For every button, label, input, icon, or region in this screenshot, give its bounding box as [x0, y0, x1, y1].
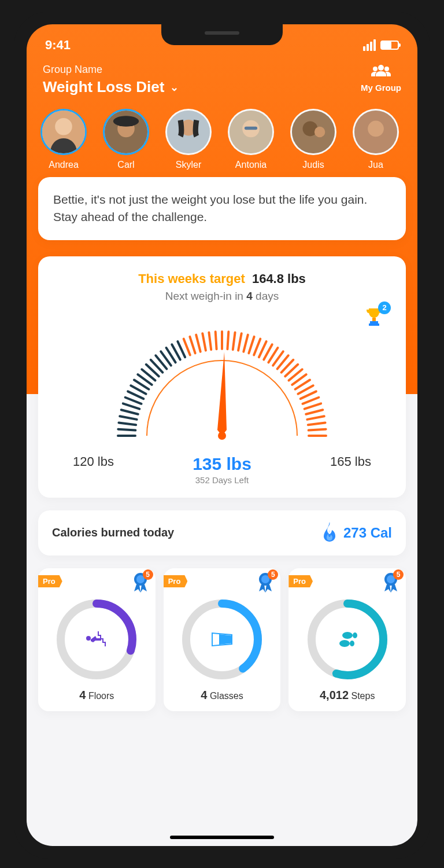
svg-line-50	[243, 335, 247, 352]
motivation-card: Bettie, it's not just the weight you los…	[38, 177, 406, 240]
svg-point-73	[218, 432, 226, 440]
my-group-button[interactable]: My Group	[361, 64, 401, 93]
member-name: Judis	[290, 160, 336, 170]
svg-line-49	[238, 333, 242, 350]
metric-value-label: 4 Glasses	[169, 689, 275, 702]
svg-point-17	[368, 121, 384, 137]
member-name: Skyler	[165, 160, 212, 170]
weighin-text: Next weigh-in in 4 days	[50, 290, 394, 303]
svg-point-88	[350, 641, 354, 646]
svg-line-43	[202, 333, 206, 350]
avatar	[353, 109, 399, 155]
avatar	[228, 109, 274, 155]
progress-ring	[179, 596, 265, 683]
metric-glasses[interactable]: Pro 5 4 Glasses	[164, 568, 281, 711]
member-name: Jua	[353, 160, 399, 170]
pro-tag: Pro	[288, 575, 313, 587]
svg-point-0	[378, 65, 384, 71]
member-avatar[interactable]: Jua	[353, 109, 399, 170]
svg-rect-12	[245, 127, 257, 130]
group-name: Weight Loss Diet	[43, 78, 164, 96]
home-indicator[interactable]	[170, 836, 274, 839]
chevron-down-icon: ⌄	[170, 81, 179, 94]
pro-tag: Pro	[164, 575, 188, 587]
svg-line-48	[233, 332, 235, 350]
metrics-row: Pro 5 4 Floors	[38, 568, 406, 711]
my-group-label: My Group	[361, 83, 401, 93]
trophy-badge: 2	[378, 301, 391, 314]
progress-ring	[304, 596, 391, 683]
header: Group Name Weight Loss Diet ⌄ My Group	[27, 57, 417, 101]
svg-line-27	[125, 398, 142, 404]
svg-point-15	[314, 127, 325, 138]
member-avatar[interactable]: Skyler	[165, 109, 212, 170]
svg-line-26	[123, 403, 140, 409]
metric-value-label: 4,012 Steps	[294, 689, 400, 702]
member-name: Antonia	[228, 160, 274, 170]
svg-line-65	[302, 398, 319, 404]
avatar	[40, 109, 87, 155]
calories-value: 273 Cal	[343, 525, 392, 541]
svg-line-45	[216, 332, 217, 349]
member-name: Andrea	[40, 160, 87, 170]
footprints-icon	[304, 596, 391, 683]
ribbon-badge: 5	[268, 569, 278, 580]
svg-point-78	[86, 636, 91, 641]
battery-icon	[380, 41, 399, 50]
ribbon-icon: 5	[256, 572, 275, 596]
svg-line-51	[249, 337, 254, 354]
svg-line-68	[307, 416, 324, 420]
member-avatar[interactable]: Antonia	[228, 109, 274, 170]
target-card: This weeks target 164.8 lbs Next weigh-i…	[38, 256, 406, 498]
svg-line-25	[121, 410, 138, 414]
member-avatar[interactable]: Andrea	[40, 109, 87, 170]
svg-point-2	[384, 67, 389, 71]
screen: 9:41 Group Name Weight Loss Diet ⌄	[27, 24, 417, 846]
progress-ring	[53, 596, 140, 683]
svg-line-69	[308, 422, 325, 425]
flame-icon	[321, 522, 338, 544]
avatar	[290, 109, 336, 155]
svg-marker-72	[217, 352, 227, 436]
svg-line-23	[119, 422, 136, 425]
svg-point-87	[339, 640, 350, 647]
svg-line-42	[196, 335, 200, 352]
status-time: 9:41	[45, 38, 71, 53]
group-selector[interactable]: Weight Loss Diet ⌄	[43, 78, 179, 96]
metric-floors[interactable]: Pro 5 4 Floors	[38, 568, 156, 711]
notch	[161, 24, 283, 45]
ribbon-icon: 5	[131, 572, 150, 596]
svg-point-1	[373, 67, 378, 71]
calories-label: Calories burned today	[52, 526, 174, 539]
svg-line-66	[305, 403, 321, 409]
svg-line-40	[184, 339, 190, 355]
svg-line-52	[254, 339, 260, 355]
svg-line-70	[309, 429, 326, 431]
pro-tag: Pro	[38, 575, 62, 587]
member-name: Carl	[103, 160, 149, 170]
member-avatar[interactable]: Judis	[290, 109, 336, 170]
avatar	[165, 109, 212, 155]
days-left: 352 Days Left	[193, 475, 251, 485]
member-avatar[interactable]: Carl	[103, 109, 149, 170]
gauge-current: 135 lbs	[193, 454, 251, 474]
metric-steps[interactable]: Pro 5 4,012 Steps	[288, 568, 406, 711]
avatar	[103, 109, 149, 155]
svg-point-89	[342, 632, 353, 639]
svg-line-67	[306, 410, 323, 414]
target-label: This weeks target	[138, 271, 245, 286]
svg-line-41	[190, 337, 195, 354]
signal-icon	[363, 39, 376, 51]
svg-point-90	[353, 632, 357, 638]
metric-value-label: 4 Floors	[44, 689, 150, 702]
svg-point-7	[113, 116, 139, 127]
target-value: 164.8 lbs	[252, 271, 306, 286]
calories-card[interactable]: Calories burned today 273 Cal	[38, 510, 406, 556]
svg-line-24	[120, 416, 136, 420]
ribbon-badge: 5	[143, 569, 153, 580]
motivation-text: Bettie, it's not just the weight you los…	[53, 193, 367, 223]
svg-line-44	[209, 332, 211, 350]
phone-frame: 9:41 Group Name Weight Loss Diet ⌄	[14, 12, 430, 859]
members-row[interactable]: Andrea Carl Skyler Antonia	[27, 101, 417, 181]
gauge-max: 165 lbs	[330, 454, 371, 485]
